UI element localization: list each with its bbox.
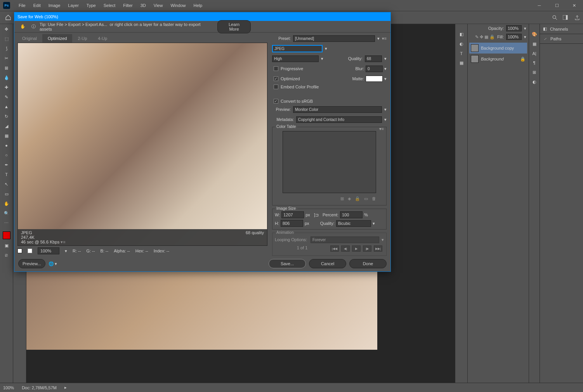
eyedropper-tool-icon[interactable]: 💧	[2, 74, 11, 81]
menu-type[interactable]: Type	[83, 3, 100, 8]
progressive-checkbox[interactable]	[274, 66, 278, 71]
resize-quality-select[interactable]: Bicubic	[336, 220, 371, 227]
menu-window[interactable]: Window	[167, 3, 189, 8]
chevron-down-icon[interactable]: ▾	[384, 76, 387, 81]
percent-input[interactable]	[340, 211, 363, 218]
chevron-down-icon[interactable]: ▾	[377, 36, 380, 41]
gradient-tool-icon[interactable]: ▦	[2, 132, 11, 139]
hand-tool-icon[interactable]: ✋	[18, 22, 28, 31]
flyout-menu-icon[interactable]: ▾≡	[379, 126, 384, 131]
ct-snap-icon[interactable]: ⊞	[340, 196, 344, 201]
layer-name[interactable]: Background copy	[481, 46, 514, 50]
width-input[interactable]	[281, 211, 304, 218]
hand-tool-icon[interactable]: ✋	[2, 200, 11, 207]
chevron-down-icon[interactable]: ▾	[65, 249, 67, 254]
blur-input[interactable]	[366, 66, 383, 72]
workspace-icon[interactable]	[563, 15, 569, 20]
optimized-checkbox[interactable]	[274, 76, 278, 81]
search-icon[interactable]	[552, 15, 557, 20]
preset-select[interactable]: [Unnamed]	[293, 35, 375, 42]
save-button[interactable]: Save...	[269, 259, 306, 268]
blur-tool-icon[interactable]: ●	[2, 142, 11, 149]
eraser-tool-icon[interactable]: ◢	[2, 123, 11, 130]
preview-image[interactable]: JPEG68 quality 247,4K 46 sec @ 56.6 Kbps…	[17, 43, 267, 246]
menu-layer[interactable]: Layer	[64, 3, 83, 8]
channels-tab[interactable]: ◧ Channels	[540, 24, 583, 34]
home-button[interactable]	[3, 12, 13, 22]
color-panel-icon[interactable]: ◧	[460, 32, 463, 37]
crop-tool-icon[interactable]: ✂	[2, 55, 11, 62]
convert-srgb-checkbox[interactable]	[274, 99, 278, 104]
chevron-down-icon[interactable]: ▾	[524, 35, 526, 40]
quickmask-icon[interactable]: ▣	[2, 242, 11, 249]
adjust-circle-icon[interactable]: ◐	[533, 79, 536, 85]
window-close-button[interactable]: ✕	[566, 0, 583, 11]
menu-filter[interactable]: Filter	[119, 3, 136, 8]
chevron-down-icon[interactable]: ▾	[384, 107, 387, 112]
screenmode-icon[interactable]: ⎚	[2, 252, 11, 259]
matte-color[interactable]	[366, 76, 383, 82]
chevron-down-icon[interactable]: ▾	[373, 221, 375, 226]
foreground-color-swatch[interactable]	[3, 231, 10, 239]
prev-frame-button[interactable]: ◀|	[341, 245, 350, 252]
menu-select[interactable]: Select	[100, 3, 120, 8]
slice-select-icon[interactable]	[17, 249, 22, 253]
window-maximize-button[interactable]: ☐	[548, 0, 566, 11]
quality-preset-select[interactable]: High	[272, 55, 319, 62]
menu-image[interactable]: Image	[45, 3, 64, 8]
opacity-input[interactable]: 100%	[506, 25, 522, 31]
chevron-down-icon[interactable]: ▾	[384, 56, 387, 61]
ct-new-icon[interactable]: ▭	[364, 196, 368, 201]
history-brush-tool-icon[interactable]: ↻	[2, 113, 11, 120]
layer-thumbnail[interactable]	[471, 55, 479, 63]
layer-row[interactable]: Background copy	[469, 43, 527, 54]
move-tool-icon[interactable]: ✥	[2, 26, 11, 33]
ct-lock-icon[interactable]: 🔒	[355, 196, 360, 201]
path-tool-icon[interactable]: ↖	[2, 181, 11, 188]
zoom-select[interactable]: 100%	[38, 247, 59, 254]
menu-3d[interactable]: 3D	[137, 3, 150, 8]
tab-optimized[interactable]: Optimized	[42, 34, 73, 43]
chevron-down-icon[interactable]: ▾	[55, 261, 57, 266]
chevron-down-icon[interactable]: ▾	[321, 56, 323, 61]
window-minimize-button[interactable]: ─	[531, 0, 548, 11]
stamp-tool-icon[interactable]: ▲	[2, 103, 11, 110]
preview-button[interactable]: Preview...	[18, 259, 45, 268]
tab-original[interactable]: Original	[17, 34, 42, 43]
link-icon[interactable]: ]⊐	[314, 212, 319, 218]
marquee-tool-icon[interactable]: ⬚	[2, 35, 11, 42]
flyout-menu-icon[interactable]: ▾≡	[382, 36, 387, 41]
browser-icon[interactable]: 🌐▾	[49, 261, 57, 266]
styles-icon[interactable]: ▦	[460, 60, 463, 66]
zoom-tool-icon[interactable]: 🔍	[2, 210, 11, 217]
adjustments-icon[interactable]: ◐	[460, 41, 463, 47]
color-table[interactable]	[283, 131, 376, 193]
paragraph-icon[interactable]: ¶	[533, 60, 536, 65]
flyout-icon[interactable]: ▾≡	[61, 240, 65, 244]
lasso-tool-icon[interactable]: ⟆	[2, 45, 11, 52]
lock-icons[interactable]: ✎ ✥ ▦ 🔒	[475, 35, 495, 40]
last-frame-button[interactable]: ▶▶|	[374, 245, 382, 252]
heal-tool-icon[interactable]: ✚	[2, 84, 11, 91]
shape-tool-icon[interactable]: ▭	[2, 190, 11, 197]
pen-tool-icon[interactable]: ✒	[2, 161, 11, 168]
type-align-icon[interactable]: A|	[532, 51, 536, 56]
quality-input[interactable]	[365, 55, 382, 62]
embed-profile-checkbox[interactable]	[274, 85, 278, 89]
layer-thumbnail[interactable]	[471, 44, 479, 52]
swatches-icon[interactable]: ▦	[533, 41, 536, 47]
first-frame-button[interactable]: |◀◀	[330, 245, 339, 252]
status-zoom[interactable]: 100%	[3, 385, 14, 390]
metadata-select[interactable]: Copyright and Contact Info	[296, 116, 382, 123]
menu-edit[interactable]: Edit	[29, 3, 45, 8]
chevron-down-icon[interactable]: ▾	[384, 66, 387, 71]
ct-shift-icon[interactable]: ◈	[348, 196, 351, 201]
type-panel-icon[interactable]: T	[460, 51, 463, 56]
menu-file[interactable]: File	[15, 3, 29, 8]
ct-delete-icon[interactable]: 🗑	[372, 196, 376, 201]
menu-help[interactable]: Help	[190, 3, 206, 8]
chevron-down-icon[interactable]: ▾	[524, 26, 526, 31]
preview-select[interactable]: Monitor Color	[293, 106, 382, 113]
tab-2up[interactable]: 2-Up	[72, 34, 92, 43]
status-chevron-icon[interactable]: ▸	[64, 385, 67, 390]
